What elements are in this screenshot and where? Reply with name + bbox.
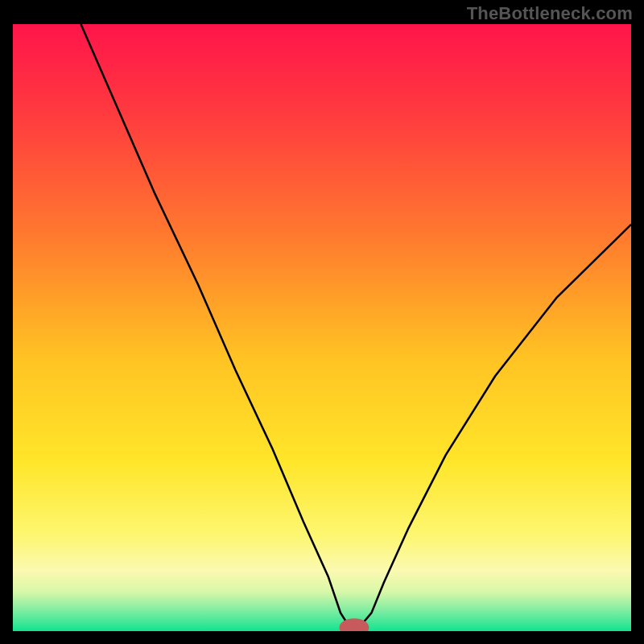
chart-frame: TheBottleneck.com: [0, 0, 644, 644]
bottleneck-chart: [13, 24, 631, 631]
watermark-text: TheBottleneck.com: [467, 3, 633, 24]
plot-area: [13, 24, 631, 631]
gradient-background: [13, 24, 631, 631]
